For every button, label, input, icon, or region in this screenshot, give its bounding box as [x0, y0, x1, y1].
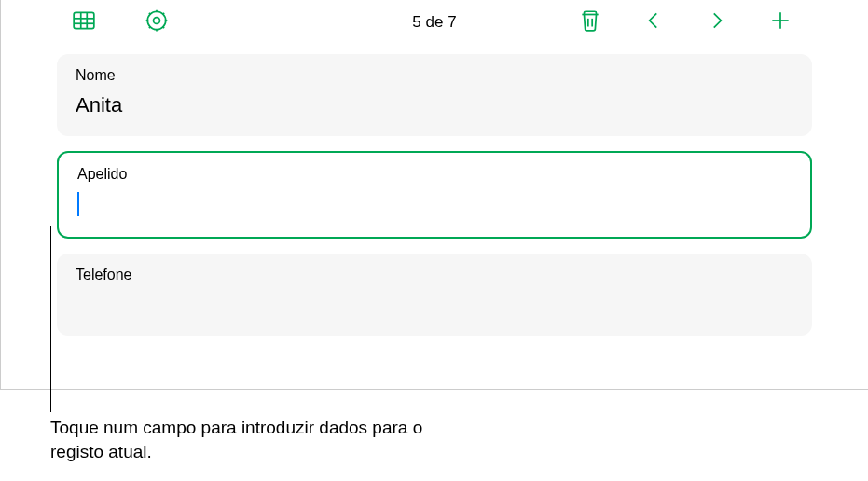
delete-button[interactable]	[577, 9, 603, 35]
settings-button[interactable]	[144, 9, 170, 35]
text-cursor	[77, 192, 79, 216]
trash-icon	[578, 8, 602, 36]
field-nome[interactable]: Nome Anita	[57, 54, 812, 136]
add-record-button[interactable]	[767, 9, 793, 35]
callout-text: Toque num campo para introduzir dados pa…	[50, 416, 423, 463]
field-input-apelido[interactable]	[77, 192, 792, 220]
toolbar-right	[577, 9, 793, 35]
field-label-apelido: Apelido	[77, 166, 792, 183]
chevron-left-icon	[641, 8, 666, 36]
field-telefone[interactable]: Telefone	[57, 254, 812, 336]
table-view-button[interactable]	[71, 9, 97, 35]
svg-rect-0	[74, 12, 94, 28]
field-value-nome: Anita	[76, 93, 793, 117]
previous-record-button[interactable]	[641, 9, 667, 35]
plus-icon	[768, 8, 792, 36]
field-label-telefone: Telefone	[76, 267, 793, 283]
svg-point-5	[154, 18, 160, 24]
next-record-button[interactable]	[704, 9, 730, 35]
toolbar-left	[71, 9, 170, 35]
field-apelido[interactable]: Apelido	[57, 151, 812, 239]
toolbar: 5 de 7	[1, 0, 868, 45]
table-icon	[72, 8, 96, 36]
form-editor-frame: 5 de 7	[0, 0, 868, 390]
field-label-nome: Nome	[76, 67, 793, 84]
form-content: Nome Anita Apelido Telefone	[1, 45, 868, 336]
record-position-label: 5 de 7	[412, 13, 456, 32]
callout-leader-line	[50, 226, 51, 412]
gear-icon	[145, 8, 169, 36]
chevron-right-icon	[705, 8, 729, 36]
